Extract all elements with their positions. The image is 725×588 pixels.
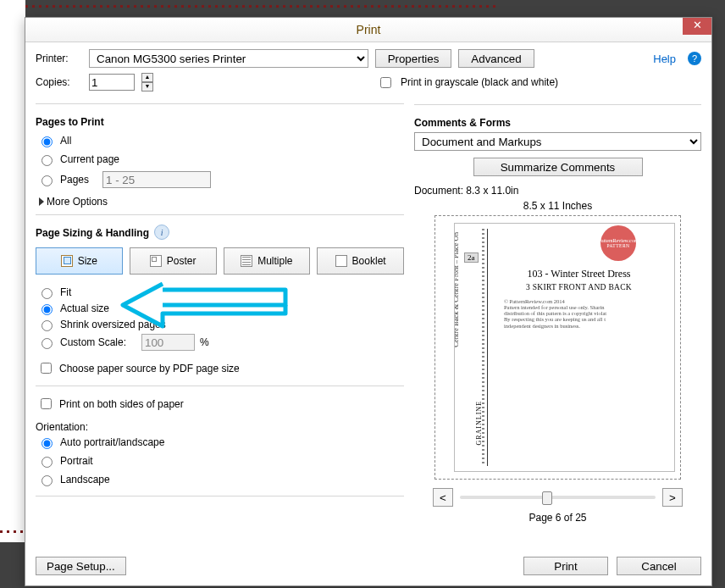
copies-down[interactable]: ▼ (141, 82, 153, 92)
booklet-icon (335, 255, 347, 267)
tab-multiple-label: Multiple (257, 255, 292, 267)
preview-zoom-slider[interactable] (460, 496, 656, 499)
paper-source-label: Choose paper source by PDF page size (59, 363, 240, 374)
slider-thumb[interactable] (542, 491, 552, 505)
tab-multiple[interactable]: Multiple (224, 247, 311, 275)
preview-side-text: Centre Back & Centre Front – Place On (454, 232, 460, 347)
help-link[interactable]: Help (653, 53, 676, 65)
tab-size-label: Size (78, 255, 97, 267)
shrink-label: Shrink oversized pages (60, 319, 166, 330)
preview-fineprint: © PatternReview.com 2014 Pattern intende… (504, 298, 672, 329)
pages-current-radio[interactable] (42, 155, 53, 166)
custom-scale-label: Custom Scale: (60, 336, 136, 348)
sizing-title: Page Sizing & Handling (36, 227, 149, 239)
advanced-button[interactable]: Advanced (458, 49, 534, 68)
dotted-ruler (25, 5, 500, 8)
orientation-title: Orientation: (36, 421, 404, 433)
chevron-right-icon (39, 197, 44, 206)
more-options-label: More Options (47, 196, 108, 208)
tab-booklet-label: Booklet (352, 255, 386, 267)
print-preview: Centre Back & Centre Front – Place On 2a… (434, 215, 681, 480)
preview-logo: PatternReview.com PATTERN (600, 225, 636, 261)
pages-range-label: Pages (60, 174, 89, 186)
pages-range-input[interactable] (102, 171, 211, 188)
grayscale-label: Print in grayscale (black and white) (401, 76, 558, 88)
orientation-landscape-radio[interactable] (42, 475, 53, 486)
custom-scale-radio[interactable] (42, 338, 53, 349)
preview-subtitle: 3 SKIRT FRONT AND BACK (485, 283, 672, 291)
properties-button[interactable]: Properties (375, 49, 451, 68)
comments-title: Comments & Forms (414, 117, 701, 129)
duplex-checkbox[interactable] (41, 398, 52, 409)
orientation-auto-radio[interactable] (42, 438, 53, 449)
pages-current-label: Current page (60, 153, 119, 165)
fit-radio[interactable] (42, 288, 53, 299)
orientation-portrait-radio[interactable] (42, 457, 53, 468)
copies-input[interactable] (89, 74, 135, 91)
printer-label: Printer: (36, 53, 82, 64)
close-button[interactable]: ✕ (683, 18, 711, 35)
dialog-title: Print (357, 23, 381, 36)
page-setup-button[interactable]: Page Setup... (36, 557, 126, 575)
more-options-toggle[interactable]: More Options (39, 196, 404, 208)
preview-prev-button[interactable]: < (433, 488, 453, 507)
copies-up[interactable]: ▲ (141, 73, 153, 82)
copies-label: Copies: (36, 76, 82, 88)
duplex-label: Print on both sides of paper (59, 398, 184, 410)
preview-grainline: GRAINLINE (475, 401, 483, 446)
close-icon: ✕ (693, 19, 702, 31)
orientation-portrait-label: Portrait (60, 455, 93, 467)
multiple-icon (241, 255, 252, 267)
size-icon (61, 255, 73, 267)
paper-source-checkbox[interactable] (41, 363, 52, 374)
document-edge (0, 0, 25, 542)
print-button[interactable]: Print (523, 557, 608, 575)
tab-poster-label: Poster (167, 255, 196, 267)
dotted-ruler-left (0, 530, 25, 533)
document-size-text: Document: 8.3 x 11.0in (414, 185, 701, 197)
pages-to-print-title: Pages to Print (36, 116, 404, 128)
preview-page-counter: Page 6 of 25 (414, 512, 701, 524)
copies-spinner: ▲ ▼ (141, 73, 152, 92)
tab-size[interactable]: Size (36, 247, 123, 275)
info-icon[interactable]: i (154, 225, 169, 240)
actual-size-radio[interactable] (42, 304, 53, 315)
pages-range-radio[interactable] (42, 175, 53, 186)
preview-title: 103 - Winter Street Dress (485, 268, 672, 280)
tab-booklet[interactable]: Booklet (317, 247, 404, 275)
preview-badge: 2a (464, 252, 479, 263)
custom-scale-input[interactable] (141, 334, 195, 351)
orientation-landscape-label: Landscape (60, 474, 110, 485)
actual-size-label: Actual size (60, 302, 109, 314)
poster-icon (150, 255, 162, 267)
printer-select[interactable]: Canon MG5300 series Printer (89, 49, 368, 68)
preview-next-button[interactable]: > (662, 488, 683, 507)
tab-poster[interactable]: Poster (130, 247, 217, 275)
pages-all-radio[interactable] (42, 136, 53, 147)
fit-label: Fit (60, 286, 71, 298)
print-dialog: Print ✕ Printer: Canon MG5300 series Pri… (25, 17, 712, 586)
grayscale-checkbox[interactable] (380, 77, 391, 88)
orientation-auto-label: Auto portrait/landscape (60, 436, 164, 448)
summarize-comments-button[interactable]: Summarize Comments (473, 158, 643, 176)
shrink-radio[interactable] (42, 320, 53, 331)
pages-all-label: All (60, 135, 71, 147)
comments-forms-select[interactable]: Document and Markups (414, 132, 701, 151)
cancel-button[interactable]: Cancel (617, 557, 701, 575)
help-icon[interactable]: ? (688, 52, 701, 65)
paper-size-caption: 8.5 x 11 Inches (414, 200, 701, 212)
custom-scale-pct: % (200, 336, 209, 348)
titlebar: Print ✕ (25, 18, 711, 42)
